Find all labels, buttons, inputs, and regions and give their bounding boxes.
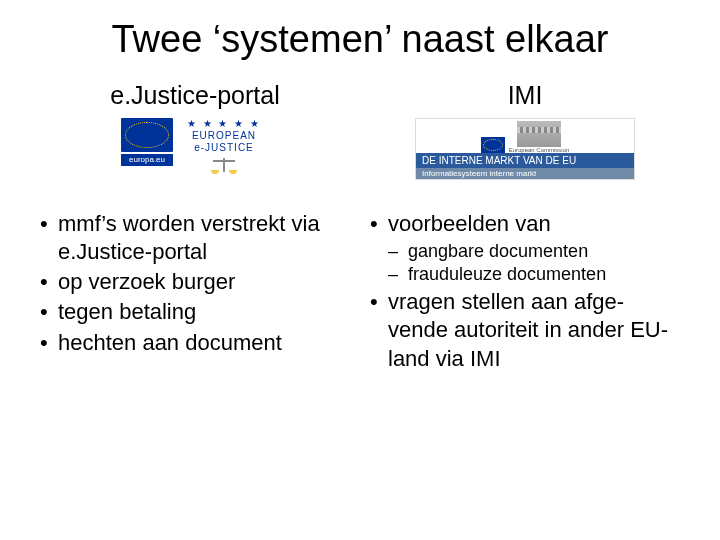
ejustice-text-line1: EUROPEAN bbox=[192, 130, 256, 142]
eu-flag-small-icon bbox=[481, 137, 505, 153]
europa-label: europa.eu bbox=[121, 154, 173, 166]
ejustice-logo: ★ ★ ★ ★ ★ EUROPEAN e-JUSTICE bbox=[179, 118, 269, 174]
slide-title: Twee ‘systemen’ naast elkaar bbox=[40, 18, 680, 61]
ec-building-icon bbox=[517, 121, 561, 147]
europa-logo: europa.eu bbox=[121, 118, 173, 166]
ejustice-text-line2: e-JUSTICE bbox=[194, 142, 254, 154]
two-column-layout: e.Justice-portal europa.eu ★ ★ ★ ★ ★ EUR… bbox=[40, 81, 680, 375]
ec-header: European Commission bbox=[416, 119, 634, 153]
list-item: vragen stellen aan afge-vende autoriteit… bbox=[370, 288, 680, 372]
left-column: e.Justice-portal europa.eu ★ ★ ★ ★ ★ EUR… bbox=[40, 81, 350, 375]
list-item-text: voorbeelden van bbox=[388, 211, 551, 236]
list-item: tegen betaling bbox=[40, 298, 350, 326]
list-item: op verzoek burger bbox=[40, 268, 350, 296]
left-logos: europa.eu ★ ★ ★ ★ ★ EUROPEAN e-JUSTICE bbox=[40, 118, 350, 188]
scales-icon bbox=[211, 156, 237, 174]
imi-bar-text: DE INTERNE MARKT VAN DE EU bbox=[416, 153, 634, 168]
imi-banner: European Commission DE INTERNE MARKT VAN… bbox=[415, 118, 635, 180]
right-logos: European Commission DE INTERNE MARKT VAN… bbox=[370, 118, 680, 188]
list-item: voorbeelden van gangbare documenten frau… bbox=[370, 210, 680, 286]
right-bullet-list: voorbeelden van gangbare documenten frau… bbox=[370, 210, 680, 373]
sub-bullet-list: gangbare documenten frauduleuze document… bbox=[388, 240, 680, 286]
right-heading: IMI bbox=[370, 81, 680, 110]
eu-flag-icon bbox=[121, 118, 173, 152]
list-item: hechten aan document bbox=[40, 329, 350, 357]
list-item: mmf’s worden verstrekt via e.Justice-por… bbox=[40, 210, 350, 266]
left-bullet-list: mmf’s worden verstrekt via e.Justice-por… bbox=[40, 210, 350, 357]
sub-list-item: gangbare documenten bbox=[388, 240, 680, 263]
slide: Twee ‘systemen’ naast elkaar e.Justice-p… bbox=[0, 0, 720, 540]
left-heading: e.Justice-portal bbox=[40, 81, 350, 110]
sub-list-item: frauduleuze documenten bbox=[388, 263, 680, 286]
right-column: IMI European Commission DE INTERNE MARKT… bbox=[370, 81, 680, 375]
eu-stars-arc-icon: ★ ★ ★ ★ ★ bbox=[187, 118, 261, 130]
imi-sub-text: Informatiesysteem interne markt bbox=[416, 168, 634, 179]
